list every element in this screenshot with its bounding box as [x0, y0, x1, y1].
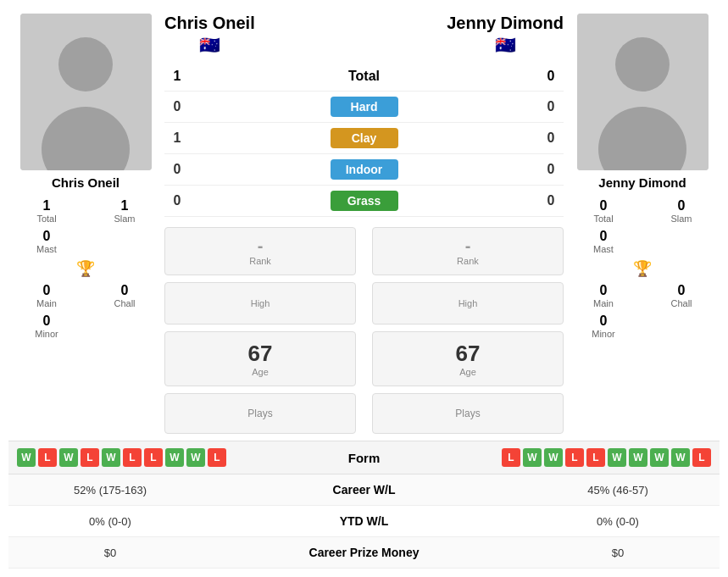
age-boxes-row: 67 Age 67 Age [164, 328, 564, 386]
prize-row: $0 Career Prize Money $0 [8, 537, 720, 569]
form-badge-w: W [671, 448, 690, 467]
form-badge-w: W [608, 448, 626, 467]
top-layout: Chris Oneil 1 Total 1 Slam 0 Mast 🏆 [8, 8, 720, 434]
form-badge-w: W [523, 448, 542, 467]
indoor-badge: Indoor [331, 159, 398, 180]
left-career-wl: 52% (175-163) [17, 484, 203, 497]
total-left-score: 1 [164, 69, 190, 84]
total-label: Total [190, 69, 538, 84]
surface-row-hard: 0 Hard 0 [164, 92, 564, 123]
surface-row-clay: 1 Clay 0 [164, 123, 564, 154]
left-ytd-wl: 0% (0-0) [17, 515, 203, 528]
form-badge-w: W [102, 448, 120, 467]
left-player-avatar [20, 14, 152, 170]
right-profile-box: - Rank [372, 227, 564, 275]
form-badge-l: L [565, 448, 584, 467]
left-trophy: 🏆 [14, 259, 158, 278]
form-badge-w: W [186, 448, 205, 467]
left-profile-box: - Rank [164, 227, 356, 275]
career-wl-label: Career W/L [288, 483, 441, 497]
ytd-titles-row: 0 YTD Titles 0 [8, 569, 720, 577]
grass-left-score: 0 [164, 193, 190, 208]
right-high-lbl: High [381, 298, 554, 308]
right-plays-box: Plays [372, 393, 564, 434]
left-trophy-icon: 🏆 [76, 259, 95, 278]
svg-point-4 [615, 37, 670, 92]
form-section: WLWLWLLWWL Form LWWLLWWWWL [8, 441, 720, 474]
form-badge-l: L [692, 448, 711, 467]
left-high-lbl: High [174, 298, 347, 308]
right-plays-lbl: Plays [455, 408, 480, 419]
left-stat-minor: 0 Minor [14, 313, 80, 339]
form-badge-w: W [17, 448, 36, 467]
form-badge-l: L [502, 448, 520, 467]
right-rank-val: - [381, 236, 554, 256]
left-stat-mast: 0 Mast [14, 229, 80, 254]
right-name-header: Jenny Dimond 🇦🇺 [447, 14, 564, 55]
middle-panel: Chris Oneil 🇦🇺 Jenny Dimond 🇦🇺 1 Total 0 [164, 14, 564, 434]
names-row: Chris Oneil 🇦🇺 Jenny Dimond 🇦🇺 [164, 14, 564, 55]
left-prize: $0 [17, 546, 203, 559]
right-high-box: High [372, 282, 564, 325]
total-right-score: 0 [538, 69, 564, 84]
hard-left-score: 0 [164, 99, 190, 114]
right-form-badges: LWWLLWWWWL [502, 448, 711, 467]
left-age-val: 67 [174, 341, 347, 367]
right-ytd-wl: 0% (0-0) [525, 515, 711, 528]
indoor-left-score: 0 [164, 162, 190, 177]
form-badge-w: W [165, 448, 184, 467]
left-player-name: Chris Oneil [52, 175, 119, 190]
left-rank-val: - [174, 236, 347, 256]
surface-row-total: 1 Total 0 [164, 62, 564, 92]
right-age-val: 67 [381, 341, 554, 367]
left-stat-slam: 1 Slam [92, 198, 158, 224]
clay-badge: Clay [331, 128, 398, 148]
left-stat-main: 0 Main [14, 283, 80, 308]
left-plays-box: Plays [164, 393, 356, 434]
left-stat-chall: 0 Chall [92, 283, 158, 308]
indoor-right-score: 0 [538, 162, 564, 177]
form-badge-w: W [629, 448, 647, 467]
ytd-wl-row: 0% (0-0) YTD W/L 0% (0-0) [8, 506, 720, 537]
left-player-stats: 1 Total 1 Slam 0 Mast 🏆 0 Main [14, 198, 158, 339]
right-stat-mast: 0 Mast [570, 229, 636, 254]
profile-boxes-row: - Rank - Rank [164, 224, 564, 275]
form-badge-l: L [38, 448, 57, 467]
plays-boxes-row: Plays Plays [164, 390, 564, 434]
right-stat-chall: 0 Chall [648, 283, 714, 308]
left-high-box: High [164, 282, 356, 325]
left-name-header: Chris Oneil 🇦🇺 [164, 14, 255, 55]
form-badge-w: W [650, 448, 669, 467]
left-age-lbl: Age [174, 367, 347, 377]
right-rank-lbl: Rank [381, 256, 554, 266]
left-form-badges: WLWLWLLWWL [17, 448, 226, 467]
grass-right-score: 0 [538, 193, 564, 208]
surface-row-indoor: 0 Indoor 0 [164, 154, 564, 186]
clay-left-score: 1 [164, 130, 190, 146]
right-trophy-icon: 🏆 [633, 259, 652, 278]
right-age-box: 67 Age [372, 331, 564, 386]
clay-right-score: 0 [538, 130, 564, 146]
form-badge-l: L [208, 448, 226, 467]
right-player-stats: 0 Total 0 Slam 0 Mast 🏆 0 Main [570, 198, 714, 339]
svg-point-1 [58, 37, 113, 92]
form-label: Form [322, 451, 407, 465]
form-badge-l: L [144, 448, 163, 467]
left-stat-total: 1 Total [14, 198, 80, 224]
right-age-lbl: Age [381, 367, 554, 377]
form-badge-w: W [544, 448, 563, 467]
right-stat-slam: 0 Slam [648, 198, 714, 224]
right-career-wl: 45% (46-57) [525, 484, 711, 497]
form-badge-l: L [81, 448, 99, 467]
surface-rows: 1 Total 0 0 Hard 0 1 Clay 0 [164, 62, 564, 217]
form-badge-l: L [586, 448, 605, 467]
right-player-avatar [577, 14, 709, 170]
left-rank-lbl: Rank [174, 256, 347, 266]
left-player-panel: Chris Oneil 1 Total 1 Slam 0 Mast 🏆 [14, 14, 158, 434]
right-stat-minor: 0 Minor [570, 313, 636, 339]
main-container: Chris Oneil 1 Total 1 Slam 0 Mast 🏆 [0, 0, 728, 577]
right-stat-main: 0 Main [570, 283, 636, 308]
form-badge-l: L [123, 448, 142, 467]
ytd-wl-label: YTD W/L [288, 514, 441, 528]
surface-row-grass: 0 Grass 0 [164, 186, 564, 217]
